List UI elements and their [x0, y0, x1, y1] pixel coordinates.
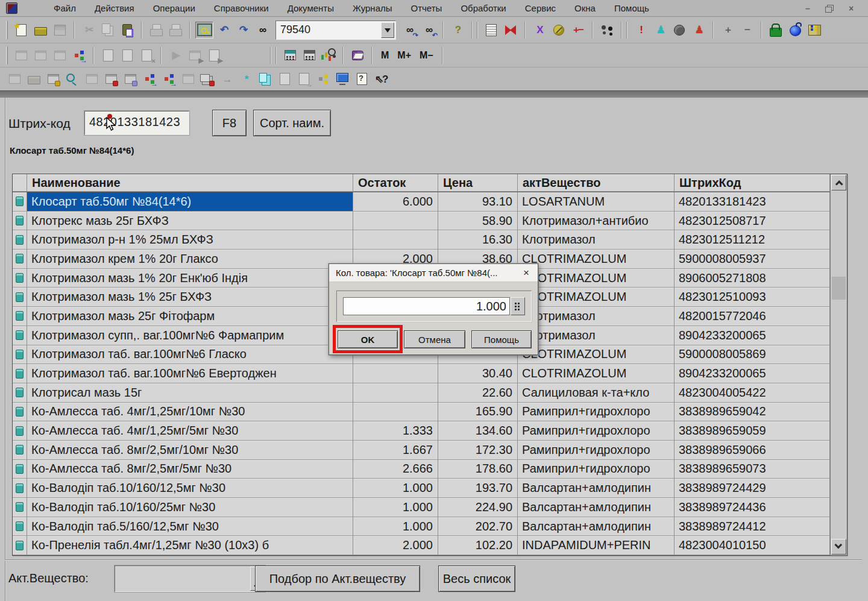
open-folder-icon[interactable]: [31, 22, 49, 39]
memory-button[interactable]: М: [377, 48, 393, 63]
zoom-in-icon[interactable]: +: [719, 22, 737, 39]
table-cell[interactable]: [353, 364, 438, 383]
table-row[interactable]: Ко-Пренелія табл.4мг/1,25мг №30 (10x3) б…: [13, 536, 830, 555]
table-cell[interactable]: 4823004005422: [675, 383, 830, 403]
table-cell[interactable]: 134.60: [438, 421, 518, 441]
table-cell[interactable]: 22.60: [438, 383, 518, 403]
table-cell[interactable]: Клотримазол: [518, 307, 675, 326]
memory-minus-button[interactable]: М−: [415, 48, 438, 63]
table-row[interactable]: Ко-Валодіп таб.10/160/25мг №301.000224.9…: [13, 498, 830, 517]
table-cell[interactable]: Клотрисал мазь 15г: [27, 383, 353, 403]
doc-new-icon[interactable]: [99, 47, 117, 64]
column-header-substance[interactable]: актВещество: [518, 174, 675, 192]
table-cell[interactable]: 1.333: [353, 421, 438, 441]
copy-icon[interactable]: [99, 22, 117, 39]
table-cell[interactable]: Клотримазол р-н 1% 25мл БХФЗ: [27, 230, 353, 250]
table-row[interactable]: Клотримазол таб. ваг.100мг№6 Евертоджен3…: [13, 364, 830, 383]
run-doc-icon[interactable]: ▶: [205, 47, 223, 64]
table-cell[interactable]: Рамиприл+гидрохлоро: [518, 441, 675, 460]
table-cell[interactable]: Рамиприл+гидрохлоро: [518, 460, 675, 479]
menu-item-документы[interactable]: Документы: [286, 2, 335, 14]
exit-bow-icon[interactable]: [502, 22, 520, 39]
barcode-input[interactable]: 4820133181423: [84, 111, 189, 135]
cancel-button[interactable]: Отмена: [404, 330, 465, 348]
tree-move-icon[interactable]: [70, 47, 88, 64]
table-cell[interactable]: 4823012510093: [675, 288, 830, 307]
menu-item-файл[interactable]: Файл: [52, 2, 77, 14]
search-combobox[interactable]: 79540: [275, 20, 396, 40]
table-row[interactable]: Клотрекс мазь 25г БХФЗ58.90Клотримазол+а…: [13, 212, 830, 231]
blue-bomb-icon[interactable]: [786, 22, 804, 39]
dark-coin-icon[interactable]: [670, 22, 688, 39]
table-row[interactable]: Ко-Валодіп таб.5/160/12,5мг №301.000202.…: [13, 517, 830, 536]
full-list-button[interactable]: Весь список: [438, 565, 515, 592]
green-bag-icon[interactable]: [767, 22, 785, 39]
vertical-scrollbar[interactable]: [830, 174, 847, 555]
grid-calendar-icon[interactable]: [5, 71, 24, 87]
column-header-name[interactable]: Наименование: [27, 174, 353, 192]
doc-delete-icon[interactable]: ×: [137, 47, 156, 64]
print-icon[interactable]: [147, 22, 165, 39]
table-cell[interactable]: 4820015772046: [675, 307, 830, 326]
table-cell[interactable]: CLOTRIMAZOLUM: [518, 269, 675, 288]
table-cell[interactable]: Клотримазол таб. ваг.100мг№6 Гласко: [27, 345, 353, 365]
grid-delete-icon[interactable]: [102, 71, 120, 87]
users-icon[interactable]: [598, 22, 616, 39]
table-row[interactable]: Ко-Валодіп таб.10/160/12,5мг №301.000193…: [13, 479, 830, 498]
scrollbar-thumb[interactable]: [832, 277, 846, 300]
table-cell[interactable]: 3838989724412: [675, 517, 830, 536]
zoom-out-icon[interactable]: −: [738, 22, 756, 39]
find-previous-icon[interactable]: ∞↶: [420, 22, 438, 39]
menu-item-сервис[interactable]: Сервис: [524, 2, 557, 14]
doc-export-icon[interactable]: →: [295, 71, 313, 87]
scroll-down-icon[interactable]: [831, 539, 846, 555]
table-cell[interactable]: 30.40: [438, 364, 518, 383]
list-hierarchy-icon[interactable]: [51, 47, 69, 64]
person-cyan-icon[interactable]: ♟: [651, 22, 669, 39]
help-icon[interactable]: ?: [448, 22, 467, 39]
table-cell[interactable]: Ко-Амлесса таб. 4мг/1,25мг/10мг №30: [27, 403, 353, 422]
table-cell[interactable]: Клотримазол мазь 1% 25г БХФЗ: [27, 288, 353, 307]
table-cell[interactable]: [353, 383, 438, 403]
find-icon[interactable]: ∞: [253, 22, 271, 39]
table-cell[interactable]: 4823004010150: [675, 536, 830, 555]
table-cell[interactable]: Ко-Валодіп таб.5/160/12,5мг №30: [27, 517, 353, 536]
table-cell[interactable]: [353, 212, 438, 231]
table-cell[interactable]: 93.10: [438, 192, 518, 212]
table-cell[interactable]: [353, 403, 438, 422]
table-cell[interactable]: LOSARTANUM: [518, 192, 675, 212]
table-row[interactable]: Ко-Амлесса таб. 4мг/1,25мг/10мг №30165.9…: [13, 403, 830, 422]
table-cell[interactable]: Клотримазол таб. ваг.100мг№6 Евертоджен: [27, 364, 353, 383]
table-cell[interactable]: Ко-Валодіп таб.10/160/25мг №30: [27, 498, 353, 517]
table-cell[interactable]: 224.90: [438, 498, 518, 517]
restore-icon[interactable]: [823, 4, 835, 13]
plus-minus-icon[interactable]: +−: [569, 22, 587, 39]
move-right-icon[interactable]: →: [218, 71, 236, 87]
menu-item-операции[interactable]: Операции: [152, 2, 197, 14]
help-doc-icon[interactable]: ?: [353, 71, 371, 87]
column-header-price[interactable]: Цена: [438, 174, 518, 192]
menu-item-окна[interactable]: Окна: [573, 2, 597, 14]
scroll-up-icon[interactable]: [831, 175, 846, 190]
copy-pages-icon[interactable]: [256, 71, 274, 87]
table-cell[interactable]: Клотримазол мазь 1% 20г Енк'юб Індія: [27, 269, 353, 288]
table-cell[interactable]: Ко-Амлесса таб. 8мг/2,5мг/5мг №30: [27, 460, 353, 479]
minimize-icon[interactable]: –: [802, 4, 814, 13]
table-cell[interactable]: 1.000: [353, 479, 438, 498]
menu-item-помощь[interactable]: Помощь: [613, 2, 650, 14]
report-list-icon[interactable]: [482, 22, 500, 39]
grid-copy-icon[interactable]: [121, 71, 139, 87]
doc-gray-icon[interactable]: [275, 71, 294, 87]
table-cell[interactable]: 1.667: [353, 441, 438, 460]
table-row[interactable]: Ко-Амлесса таб. 8мг/2,5мг/5мг №302.66617…: [13, 460, 830, 479]
formula-calc-icon[interactable]: [300, 47, 318, 64]
table-row[interactable]: Клотрисал мазь 15г22.60Салициловая к-та+…: [13, 383, 830, 403]
table-cell[interactable]: CLOTRIMAZOLUM: [518, 288, 675, 307]
column-header-stock[interactable]: Остаток: [353, 174, 438, 192]
table-cell[interactable]: Клотрекс мазь 25г БХФЗ: [27, 212, 353, 231]
f8-button[interactable]: F8: [212, 110, 247, 136]
table-cell[interactable]: Клотримазол: [518, 230, 675, 250]
table-row[interactable]: Клосарт таб.50мг №84(14*6)6.00093.10LOSA…: [13, 192, 830, 212]
barcode-scanner-key-icon[interactable]: [195, 22, 213, 39]
table-cell[interactable]: 1.000: [353, 517, 438, 536]
